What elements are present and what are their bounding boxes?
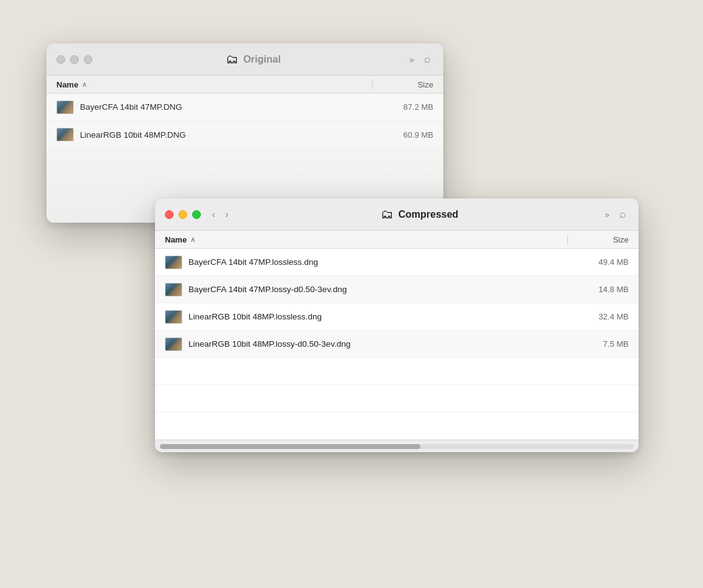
file-name: BayerCFA 14bit 47MP.DNG (80, 102, 378, 112)
maximize-button[interactable] (192, 210, 201, 219)
file-list-original: BayerCFA 14bit 47MP.DNG 87.2 MB LinearRG… (46, 94, 443, 148)
col-separator-original (372, 79, 373, 89)
traffic-lights-compressed (165, 210, 201, 219)
folder-icon-original: 🗂 (226, 52, 238, 66)
title-text-compressed: Compressed (398, 209, 458, 220)
forward-button[interactable]: › (221, 208, 232, 221)
file-name: BayerCFA 14bit 47MP.lossy-d0.50-3ev.dng (188, 285, 573, 294)
scrollbar-area (155, 440, 639, 452)
table-row[interactable]: BayerCFA 14bit 47MP.lossless.dng 49.4 MB (155, 249, 639, 276)
column-headers-compressed: Name ∧ Size (155, 231, 639, 249)
search-button-original[interactable]: ⌕ (422, 51, 433, 67)
file-size: 14.8 MB (573, 285, 629, 294)
table-row[interactable]: BayerCFA 14bit 47MP.lossy-d0.50-3ev.dng … (155, 276, 639, 303)
table-row[interactable]: LinearRGB 10bit 48MP.DNG 60.9 MB (46, 121, 443, 148)
column-headers-original: Name ∧ Size (46, 76, 443, 94)
table-row[interactable]: LinearRGB 10bit 48MP.lossy-d0.50-3ev.dng… (155, 331, 639, 358)
title-text-original: Original (243, 54, 280, 65)
toolbar-right-compressed: » ⌕ (602, 207, 629, 222)
traffic-lights-original (56, 55, 92, 64)
empty-row-2 (155, 385, 639, 412)
search-button-compressed[interactable]: ⌕ (617, 207, 629, 222)
compressed-window: ‹ › 🗂 Compressed » ⌕ Name ∧ Size BayerCF… (155, 198, 639, 452)
file-list-compressed: BayerCFA 14bit 47MP.lossless.dng 49.4 MB… (155, 249, 639, 440)
titlebar-original: 🗂 Original » ⌕ (46, 43, 443, 76)
folder-icon-compressed: 🗂 (381, 207, 393, 221)
close-button[interactable] (165, 210, 174, 219)
file-thumbnail (56, 128, 74, 141)
empty-row-1 (155, 358, 639, 385)
file-thumbnail (165, 310, 182, 324)
name-col-label-compressed: Name (165, 235, 187, 244)
toolbar-right-original: » ⌕ (407, 51, 433, 67)
table-row[interactable]: BayerCFA 14bit 47MP.DNG 87.2 MB (46, 94, 443, 121)
file-size: 49.4 MB (573, 257, 629, 267)
nav-buttons: ‹ › (208, 208, 232, 221)
file-thumbnail (165, 283, 182, 296)
empty-row-3 (155, 412, 639, 440)
maximize-button-original[interactable] (84, 55, 92, 64)
file-size: 87.2 MB (378, 102, 433, 112)
file-name: LinearRGB 10bit 48MP.lossless.dng (188, 312, 573, 321)
original-window: 🗂 Original » ⌕ Name ∧ Size BayerCFA 14bi… (46, 43, 443, 223)
file-thumbnail (165, 256, 182, 269)
minimize-button-original[interactable] (70, 55, 79, 64)
table-row[interactable]: LinearRGB 10bit 48MP.lossless.dng 32.4 M… (155, 303, 639, 331)
col-separator-compressed (567, 234, 568, 244)
scrollbar-thumb[interactable] (160, 444, 420, 449)
name-col-label-original: Name (56, 80, 78, 89)
file-thumbnail (165, 337, 182, 351)
window-title-original: 🗂 Original (100, 52, 407, 66)
minimize-button[interactable] (179, 210, 187, 219)
file-thumbnail (56, 100, 74, 114)
sort-arrow-original: ∧ (82, 81, 87, 89)
chevron-button-compressed[interactable]: » (602, 208, 612, 221)
scrollbar-track[interactable] (160, 444, 634, 449)
titlebar-compressed: ‹ › 🗂 Compressed » ⌕ (155, 198, 639, 231)
size-column-header-compressed[interactable]: Size (573, 235, 629, 244)
file-size: 7.5 MB (573, 339, 629, 349)
file-name: LinearRGB 10bit 48MP.DNG (80, 130, 378, 140)
sort-arrow-compressed: ∧ (190, 236, 195, 244)
file-name: LinearRGB 10bit 48MP.lossy-d0.50-3ev.dng (188, 339, 573, 349)
name-column-header-original[interactable]: Name ∧ (56, 80, 367, 89)
close-button-original[interactable] (56, 55, 65, 64)
file-name: BayerCFA 14bit 47MP.lossless.dng (188, 257, 573, 267)
size-column-header-original[interactable]: Size (378, 80, 433, 89)
back-button[interactable]: ‹ (208, 208, 219, 221)
file-size: 32.4 MB (573, 312, 629, 321)
window-title-compressed: 🗂 Compressed (237, 207, 603, 221)
name-column-header-compressed[interactable]: Name ∧ (165, 235, 562, 244)
chevron-button-original[interactable]: » (407, 53, 417, 66)
file-size: 60.9 MB (378, 130, 433, 140)
